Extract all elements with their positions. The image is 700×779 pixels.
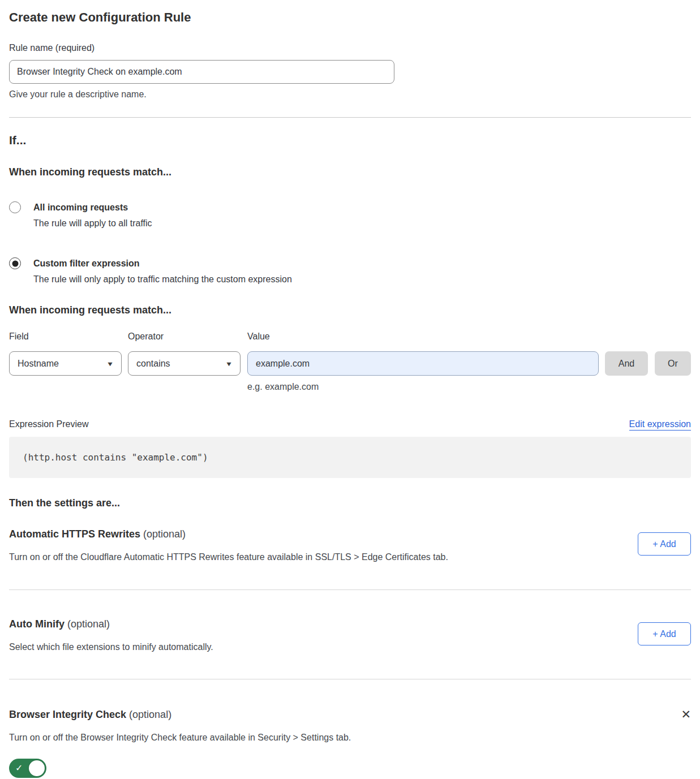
radio-custom-filter-label[interactable]: Custom filter expression bbox=[33, 257, 292, 269]
section-divider bbox=[9, 679, 691, 679]
radio-option-all-requests[interactable]: All incoming requests The rule will appl… bbox=[9, 201, 691, 229]
field-column: Field Hostname ▼ bbox=[9, 331, 122, 376]
setting-description: Select which file extensions to minify a… bbox=[9, 641, 213, 653]
radio-option-texts: Custom filter expression The rule will o… bbox=[33, 257, 292, 285]
radio-option-texts: All incoming requests The rule will appl… bbox=[33, 201, 152, 229]
expression-preview-label: Expression Preview bbox=[9, 419, 89, 429]
radio-custom-filter[interactable] bbox=[9, 257, 21, 269]
filter-heading: When incoming requests match... bbox=[9, 304, 691, 316]
setting-browser-integrity-check: Browser Integrity Check (optional) ✕ Tur… bbox=[9, 708, 691, 779]
field-select[interactable]: Hostname ▼ bbox=[9, 351, 122, 376]
setting-description: Turn on or off the Browser Integrity Che… bbox=[9, 731, 575, 743]
then-settings-heading: Then the settings are... bbox=[9, 497, 691, 509]
edit-expression-link[interactable]: Edit expression bbox=[629, 419, 691, 431]
operator-column: Operator contains ▼ bbox=[128, 331, 241, 376]
value-label: Value bbox=[247, 331, 599, 342]
chevron-down-icon: ▼ bbox=[225, 360, 233, 367]
setting-title-row: Browser Integrity Check (optional) ✕ bbox=[9, 708, 691, 721]
page-title: Create new Configuration Rule bbox=[9, 10, 691, 25]
rule-name-help: Give your rule a descriptive name. bbox=[9, 89, 691, 100]
setting-title: Auto Minify (optional) bbox=[9, 618, 213, 630]
expression-code-block: (http.host contains "example.com") bbox=[9, 437, 691, 478]
rule-name-input[interactable] bbox=[9, 60, 394, 84]
setting-auto-minify: Auto Minify (optional) Select which file… bbox=[9, 618, 691, 653]
radio-option-custom-filter[interactable]: Custom filter expression The rule will o… bbox=[9, 257, 691, 285]
setting-texts: Auto Minify (optional) Select which file… bbox=[9, 618, 213, 653]
or-button[interactable]: Or bbox=[655, 351, 691, 376]
filter-builder-row: Field Hostname ▼ Operator contains ▼ Val… bbox=[9, 331, 691, 376]
field-select-value: Hostname bbox=[18, 359, 59, 369]
setting-title: Browser Integrity Check (optional) bbox=[9, 708, 171, 721]
create-configuration-rule-form: Create new Configuration Rule Rule name … bbox=[0, 10, 700, 779]
radio-all-requests[interactable] bbox=[9, 201, 21, 213]
value-help-text: e.g. example.com bbox=[247, 381, 691, 393]
radio-all-requests-label[interactable]: All incoming requests bbox=[33, 201, 152, 213]
rule-name-label: Rule name (required) bbox=[9, 42, 691, 54]
setting-title-text: Automatic HTTPS Rewrites bbox=[9, 528, 140, 540]
when-match-heading: When incoming requests match... bbox=[9, 166, 691, 178]
section-divider bbox=[9, 589, 691, 590]
operator-select[interactable]: contains ▼ bbox=[128, 351, 241, 376]
value-column: Value bbox=[247, 331, 599, 376]
and-button[interactable]: And bbox=[605, 351, 648, 376]
close-icon[interactable]: ✕ bbox=[681, 709, 691, 721]
check-icon: ✓ bbox=[15, 763, 23, 773]
setting-title: Automatic HTTPS Rewrites (optional) bbox=[9, 528, 448, 540]
radio-custom-filter-description: The rule will only apply to traffic matc… bbox=[33, 273, 292, 285]
setting-texts: Browser Integrity Check (optional) ✕ Tur… bbox=[9, 708, 691, 779]
setting-optional-tag: (optional) bbox=[143, 528, 186, 540]
setting-optional-tag: (optional) bbox=[129, 709, 171, 720]
radio-all-requests-description: The rule will apply to all traffic bbox=[33, 217, 152, 229]
chevron-down-icon: ▼ bbox=[106, 360, 114, 367]
operator-select-value: contains bbox=[136, 359, 170, 369]
setting-description: Turn on or off the Cloudflare Automatic … bbox=[9, 551, 448, 563]
setting-texts: Automatic HTTPS Rewrites (optional) Turn… bbox=[9, 528, 448, 563]
browser-integrity-check-toggle[interactable]: ✓ bbox=[9, 759, 46, 778]
add-auto-minify-button[interactable]: + Add bbox=[638, 622, 691, 645]
value-input[interactable] bbox=[247, 351, 599, 376]
toggle-knob[interactable] bbox=[29, 760, 45, 776]
add-automatic-https-rewrites-button[interactable]: + Add bbox=[638, 532, 691, 556]
setting-automatic-https-rewrites: Automatic HTTPS Rewrites (optional) Turn… bbox=[9, 528, 691, 563]
section-divider bbox=[9, 117, 691, 118]
setting-optional-tag: (optional) bbox=[67, 618, 110, 630]
expression-preview-header: Expression Preview Edit expression bbox=[9, 419, 691, 431]
field-label: Field bbox=[9, 331, 122, 342]
setting-title-text: Browser Integrity Check bbox=[9, 709, 126, 720]
if-heading: If... bbox=[9, 133, 691, 147]
operator-label: Operator bbox=[128, 331, 241, 342]
setting-title-text: Auto Minify bbox=[9, 618, 65, 630]
